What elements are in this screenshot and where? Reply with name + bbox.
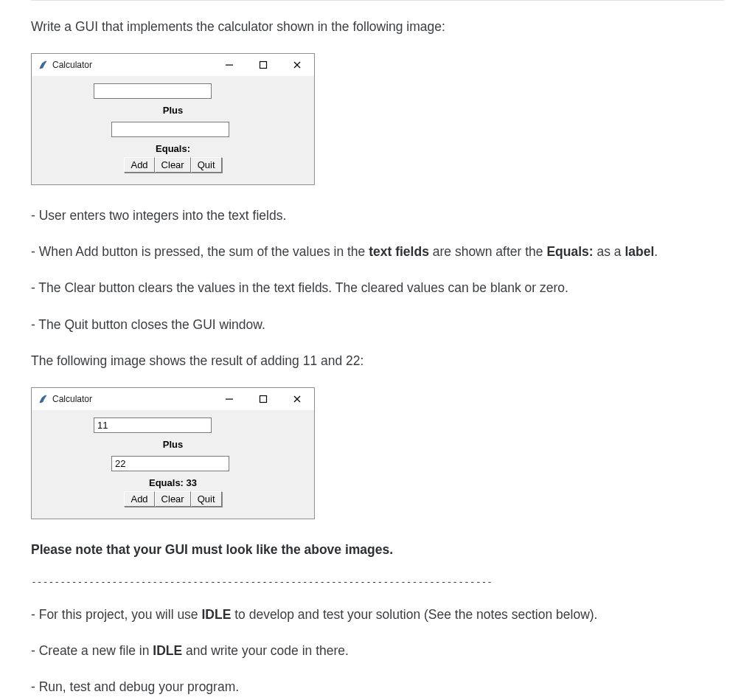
button-row: Add Clear Quit bbox=[124, 491, 221, 507]
window-title: Calculator bbox=[52, 394, 92, 404]
close-icon[interactable] bbox=[280, 54, 314, 76]
minimize-icon[interactable] bbox=[212, 54, 246, 76]
add-button[interactable]: Add bbox=[124, 157, 154, 173]
svg-rect-1 bbox=[226, 65, 233, 66]
quit-button[interactable]: Quit bbox=[191, 157, 222, 173]
operand1-input[interactable] bbox=[94, 417, 212, 433]
calculator-window-empty: Calculator Plus Equals: Add Clear bbox=[31, 53, 315, 185]
bullet-1: - User enters two integers into the text… bbox=[31, 206, 724, 226]
equals-label: Equals: 33 bbox=[149, 477, 197, 488]
dash-separator: ----------------------------------------… bbox=[31, 576, 724, 587]
note-text: Please note that your GUI must look like… bbox=[31, 540, 724, 560]
svg-rect-2 bbox=[260, 62, 267, 69]
maximize-icon[interactable] bbox=[246, 54, 280, 76]
bullet-4: - The Quit button closes the GUI window. bbox=[31, 315, 724, 335]
top-divider bbox=[31, 0, 724, 1]
equals-label: Equals: bbox=[156, 143, 190, 154]
add-button[interactable]: Add bbox=[124, 491, 154, 507]
window-title: Calculator bbox=[52, 60, 92, 70]
intro-text: Write a GUI that implements the calculat… bbox=[31, 17, 724, 37]
feather-icon bbox=[38, 394, 48, 404]
operand2-input[interactable] bbox=[111, 122, 229, 137]
bullet2-2: - Create a new file in IDLE and write yo… bbox=[31, 641, 724, 661]
window-client-area: Plus Equals: 33 Add Clear Quit bbox=[32, 410, 314, 519]
bullet-2: - When Add button is pressed, the sum of… bbox=[31, 242, 724, 262]
operand1-input[interactable] bbox=[94, 83, 212, 99]
svg-rect-7 bbox=[260, 395, 267, 402]
minimize-icon[interactable] bbox=[212, 388, 246, 410]
bullet2-3: - Run, test and debug your program. bbox=[31, 677, 724, 697]
clear-button[interactable]: Clear bbox=[155, 157, 191, 173]
titlebar: Calculator bbox=[32, 388, 314, 410]
feather-icon bbox=[38, 60, 48, 70]
result-intro: The following image shows the result of … bbox=[31, 351, 724, 371]
clear-button[interactable]: Clear bbox=[155, 491, 191, 507]
maximize-icon[interactable] bbox=[246, 388, 280, 410]
svg-rect-6 bbox=[226, 398, 233, 399]
plus-label: Plus bbox=[163, 439, 183, 450]
operand2-input[interactable] bbox=[111, 456, 229, 471]
button-row: Add Clear Quit bbox=[124, 157, 221, 173]
plus-label: Plus bbox=[163, 105, 183, 116]
quit-button[interactable]: Quit bbox=[191, 491, 222, 507]
bullet-3: - The Clear button clears the values in … bbox=[31, 278, 724, 298]
titlebar: Calculator bbox=[32, 54, 314, 76]
close-icon[interactable] bbox=[280, 388, 314, 410]
window-client-area: Plus Equals: Add Clear Quit bbox=[32, 76, 314, 184]
bullet2-1: - For this project, you will use IDLE to… bbox=[31, 605, 724, 625]
calculator-window-result: Calculator Plus Equals: 33 Add C bbox=[31, 387, 315, 519]
